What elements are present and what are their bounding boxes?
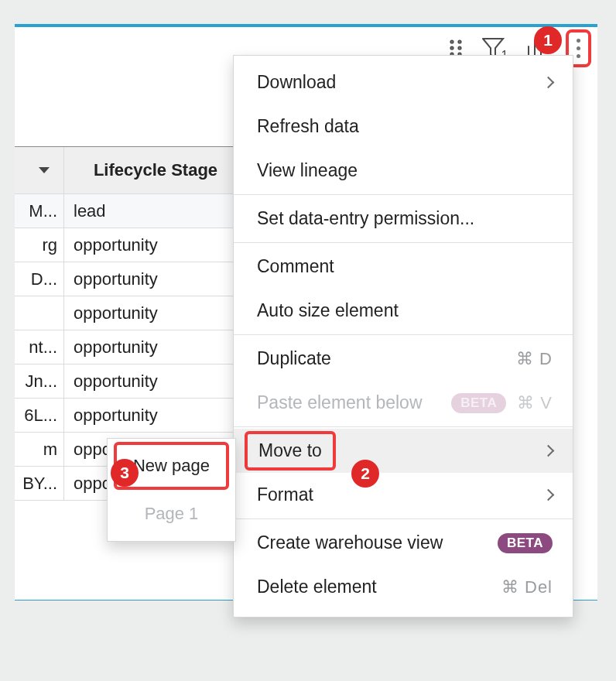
cell: BY...	[15, 467, 64, 501]
menu-format[interactable]: Format	[234, 473, 573, 517]
submenu-label: Page 1	[145, 504, 199, 524]
kebab-icon	[577, 39, 580, 58]
table-row[interactable]: 6L...opportunity	[15, 399, 245, 433]
svg-point-3	[458, 46, 460, 49]
menu-lineage[interactable]: View lineage	[234, 149, 573, 193]
chevron-right-icon	[542, 445, 555, 457]
column-menu-toggle[interactable]	[15, 147, 64, 194]
menu-separator	[234, 242, 573, 243]
cell: M...	[15, 194, 64, 228]
table-row[interactable]: rgopportunity	[15, 228, 245, 262]
menu-paste-below: Paste element below BETA ⌘ V	[234, 381, 573, 425]
chevron-right-icon	[542, 77, 555, 89]
table-header-row: Lifecycle Stage	[15, 147, 245, 194]
shortcut-text: ⌘ V	[517, 393, 553, 413]
menu-label: Refresh data	[257, 116, 359, 137]
menu-label: Set data-entry permission...	[257, 208, 474, 229]
menu-download[interactable]: Download	[234, 60, 573, 104]
shortcut-text: ⌘ D	[516, 349, 553, 369]
cell: opportunity	[64, 296, 245, 330]
move-to-submenu: New page Page 1	[107, 438, 236, 542]
callout-highlight: Move to	[245, 431, 336, 471]
cell: D...	[15, 262, 64, 296]
menu-label: Download	[257, 72, 336, 93]
chevron-right-icon	[542, 489, 555, 501]
menu-data-entry-permission[interactable]: Set data-entry permission...	[234, 197, 573, 241]
menu-separator	[234, 426, 573, 427]
menu-label: Comment	[257, 256, 334, 277]
menu-duplicate[interactable]: Duplicate ⌘ D	[234, 337, 573, 381]
cell: opportunity	[64, 262, 245, 296]
menu-label: Delete element	[257, 577, 377, 597]
menu-separator	[234, 518, 573, 519]
callout-badge-3: 3	[111, 459, 139, 487]
column-header-label: Lifecycle Stage	[94, 160, 217, 180]
cell: opportunity	[64, 228, 245, 262]
menu-comment[interactable]: Comment	[234, 245, 573, 289]
menu-autosize[interactable]: Auto size element	[234, 289, 573, 333]
cell: 6L...	[15, 399, 64, 433]
submenu-label: New page	[133, 456, 210, 476]
menu-separator	[234, 334, 573, 335]
beta-badge: BETA	[451, 393, 506, 413]
menu-refresh[interactable]: Refresh data	[234, 104, 573, 149]
submenu-page-1[interactable]: Page 1	[108, 490, 235, 538]
cell	[15, 296, 64, 330]
menu-separator	[234, 194, 573, 195]
callout-badge-1: 1	[534, 26, 562, 54]
menu-label: Auto size element	[257, 300, 399, 321]
svg-point-1	[458, 40, 460, 43]
cell: m	[15, 433, 64, 467]
cell: nt...	[15, 330, 64, 364]
cell: opportunity	[64, 364, 245, 399]
menu-label: View lineage	[257, 160, 358, 181]
svg-point-0	[450, 40, 453, 43]
table-row[interactable]: D...opportunity	[15, 262, 245, 296]
menu-create-warehouse-view[interactable]: Create warehouse view BETA	[234, 521, 573, 565]
table-row[interactable]: M...lead	[15, 194, 245, 228]
menu-label: Duplicate	[257, 348, 331, 369]
cell: lead	[64, 194, 245, 228]
beta-badge: BETA	[498, 533, 553, 553]
table-row[interactable]: opportunity	[15, 296, 245, 330]
menu-label: Create warehouse view	[257, 532, 443, 553]
column-header-lifecycle[interactable]: Lifecycle Stage	[64, 147, 245, 194]
table-row[interactable]: Jn...opportunity	[15, 364, 245, 399]
menu-delete-element[interactable]: Delete element ⌘ Del	[234, 565, 573, 609]
svg-point-2	[450, 46, 453, 49]
cell: Jn...	[15, 364, 64, 399]
cell: rg	[15, 228, 64, 262]
menu-label: Format	[257, 484, 313, 505]
chevron-down-icon	[39, 167, 50, 173]
cell: opportunity	[64, 399, 245, 433]
callout-badge-2: 2	[351, 460, 379, 488]
menu-move-to[interactable]: Move to	[234, 429, 573, 473]
menu-label: Paste element below	[257, 392, 423, 413]
menu-label: Move to	[258, 440, 322, 460]
cell: opportunity	[64, 330, 245, 364]
table-row[interactable]: nt...opportunity	[15, 330, 245, 364]
shortcut-text: ⌘ Del	[501, 577, 553, 597]
element-context-menu: Download Refresh data View lineage Set d…	[233, 55, 573, 618]
